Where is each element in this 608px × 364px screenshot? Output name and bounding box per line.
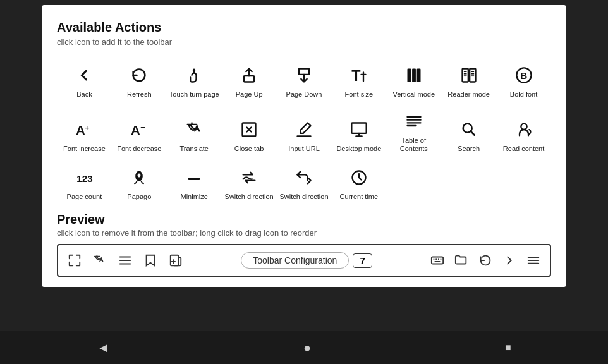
preview-title: Preview [57, 212, 551, 227]
action-switch-dir2[interactable]: Switch direction [277, 159, 332, 205]
action-page-up[interactable]: Page Up [222, 57, 277, 102]
action-bold-font[interactable]: B Bold font [496, 57, 551, 102]
svg-point-31 [138, 174, 141, 178]
font-decrease-icon: A− [130, 118, 148, 141]
svg-rect-22 [351, 123, 366, 133]
preview-subtitle: click icon to remove it from the toolbar… [57, 228, 551, 238]
minimize-icon [185, 166, 203, 189]
vertical-mode-icon [405, 64, 423, 87]
action-touch-turn[interactable]: Touch turn page [167, 57, 222, 102]
action-read-content-label: Read content [503, 145, 544, 153]
toolbar-translate-btn[interactable] [88, 249, 111, 272]
svg-text:A: A [76, 123, 85, 137]
svg-rect-37 [171, 255, 179, 266]
svg-point-28 [521, 124, 526, 130]
svg-rect-5 [412, 68, 416, 82]
toolbar-title: Toolbar Configuration [241, 252, 349, 269]
refresh-icon [130, 64, 148, 87]
page-down-icon [295, 64, 313, 87]
action-current-time[interactable]: Current time [331, 159, 386, 205]
toolbar-fullscreen-btn[interactable] [63, 249, 86, 272]
action-refresh-label: Refresh [127, 90, 152, 99]
font-increase-icon: A+ [75, 118, 93, 141]
action-close-tab[interactable]: Close tab [222, 105, 277, 157]
action-minimize[interactable]: Minimize [167, 159, 222, 205]
action-font-decrease-label: Font decrease [117, 145, 161, 153]
toolbar-add-page-btn[interactable] [164, 249, 187, 272]
action-toc-label: Table of Contents [389, 136, 439, 153]
input-url-icon [295, 118, 313, 141]
action-reader-mode[interactable]: Reader mode [441, 57, 496, 102]
papago-icon [130, 166, 148, 189]
nav-recent-btn[interactable]: ■ [505, 342, 511, 353]
toolbar-menu-list-btn[interactable] [114, 249, 137, 272]
action-input-url[interactable]: Input URL [277, 105, 332, 157]
svg-rect-6 [416, 68, 420, 82]
action-font-increase[interactable]: A+ Font increase [57, 105, 112, 157]
reader-mode-icon [460, 64, 478, 87]
toolbar-bookmark-btn[interactable] [139, 249, 162, 272]
switch-direction1-icon [240, 166, 258, 189]
action-read-content[interactable]: Read content [496, 105, 551, 157]
action-desktop-mode[interactable]: Desktop mode [331, 105, 386, 157]
svg-rect-1 [244, 76, 254, 82]
action-font-size-label: Font size [345, 90, 374, 99]
action-toc[interactable]: Table of Contents [386, 105, 441, 157]
svg-text:B: B [520, 70, 527, 81]
current-time-icon [350, 166, 368, 189]
action-page-count[interactable]: 123 Page count [57, 159, 112, 205]
action-search[interactable]: Search [441, 105, 496, 157]
action-close-tab-label: Close tab [234, 145, 264, 153]
action-papago[interactable]: Papago [112, 159, 167, 205]
page-count-icon: 123 [75, 166, 93, 189]
read-content-icon [515, 118, 533, 141]
action-page-down[interactable]: Page Down [277, 57, 332, 102]
desktop-mode-icon [350, 118, 368, 141]
action-translate[interactable]: Translate [167, 105, 222, 157]
toolbar-forward-btn[interactable] [498, 249, 521, 272]
toolbar-keyboard-btn[interactable] [426, 249, 449, 272]
available-actions-title: Available Actions [57, 20, 551, 35]
svg-text:T: T [351, 68, 360, 84]
action-font-decrease[interactable]: A− Font decrease [112, 105, 167, 157]
action-page-down-label: Page Down [286, 90, 322, 99]
close-tab-icon [240, 118, 258, 141]
font-size-icon: T [350, 64, 368, 87]
action-minimize-label: Minimize [181, 193, 208, 201]
toolbar-center: Toolbar Configuration 7 [190, 252, 423, 269]
toolbar-rotate-btn[interactable] [474, 249, 497, 272]
page-up-icon [240, 64, 258, 87]
action-page-count-label: Page count [67, 193, 102, 201]
switch-direction2-icon [295, 166, 313, 189]
svg-rect-38 [432, 257, 443, 264]
action-desktop-mode-label: Desktop mode [336, 145, 381, 153]
toolbar-folder-btn[interactable] [450, 249, 473, 272]
action-refresh[interactable]: Refresh [112, 57, 167, 102]
svg-rect-2 [299, 68, 309, 74]
svg-rect-8 [470, 68, 475, 82]
svg-text:123: 123 [77, 173, 93, 184]
touch-turn-icon [185, 64, 203, 87]
translate-icon [185, 118, 203, 141]
toolbar-overflow-btn[interactable] [522, 249, 545, 272]
nav-back-btn[interactable]: ◄ [97, 341, 109, 355]
bold-font-icon: B [515, 64, 533, 87]
available-actions-subtitle: click icon to add it to the toolbar [57, 37, 551, 47]
action-vertical-mode-label: Vertical mode [392, 90, 435, 99]
action-current-time-label: Current time [340, 193, 379, 201]
action-switch-dir1[interactable]: Switch direction [222, 159, 277, 205]
action-input-url-label: Input URL [288, 145, 320, 153]
main-panel: Available Actions click icon to add it t… [42, 5, 566, 287]
nav-home-btn[interactable]: ● [303, 341, 311, 355]
action-search-label: Search [458, 145, 480, 153]
action-papago-label: Papago [127, 193, 151, 201]
toc-icon [405, 110, 423, 133]
action-reader-mode-label: Reader mode [447, 90, 490, 99]
action-touch-turn-label: Touch turn page [169, 90, 219, 99]
toolbar-right-buttons [426, 249, 545, 272]
svg-text:A: A [131, 123, 140, 137]
action-font-size[interactable]: T Font size [331, 57, 386, 102]
bottom-nav: ◄ ● ■ [0, 331, 608, 364]
action-back[interactable]: Back [57, 57, 112, 102]
action-vertical-mode[interactable]: Vertical mode [386, 57, 441, 102]
